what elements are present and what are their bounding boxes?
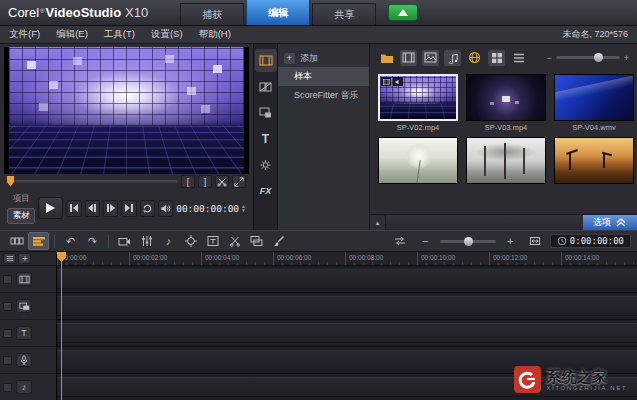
motion-tracking-button[interactable] — [180, 232, 201, 250]
video-track-icon — [16, 272, 32, 286]
nav-overlay-button[interactable] — [255, 101, 277, 124]
swap-tracks-button[interactable] — [390, 232, 411, 250]
upload-arrow-button[interactable] — [388, 4, 418, 21]
timeline-zoom-knob[interactable] — [464, 237, 473, 246]
timecode-spinner[interactable]: ▲▼ — [241, 204, 246, 212]
thumbnail-zoom-slider[interactable] — [556, 56, 620, 59]
nav-transitions-button[interactable] — [255, 75, 277, 98]
title-track-toggle[interactable] — [3, 329, 12, 338]
tab-capture[interactable]: 捕获 — [180, 3, 244, 25]
fit-project-button[interactable] — [525, 232, 546, 250]
storyboard-icon — [10, 235, 24, 247]
mode-clip[interactable]: 素材 — [7, 208, 35, 224]
painting-creator-button[interactable] — [268, 232, 289, 250]
overlay-track-lane[interactable] — [57, 293, 637, 320]
seek-bar[interactable] — [7, 180, 178, 184]
tree-node-scorefitter[interactable]: ScoreFitter 音乐 — [278, 86, 369, 105]
go-end-button[interactable] — [121, 200, 136, 217]
zoom-in-button[interactable]: + — [500, 232, 521, 250]
music-track-toggle[interactable] — [3, 383, 12, 392]
clock-icon — [557, 236, 567, 246]
import-media-button[interactable] — [378, 50, 395, 66]
end-icon — [125, 204, 130, 212]
cloud-media-button[interactable] — [466, 50, 483, 66]
seek-handle[interactable] — [7, 176, 14, 187]
next-frame-button[interactable] — [103, 200, 118, 217]
mode-project[interactable]: 项目 — [7, 192, 35, 206]
nav-media-button[interactable] — [255, 49, 277, 72]
list-view-button[interactable] — [510, 50, 527, 66]
sound-mixer-button[interactable] — [136, 232, 157, 250]
storyboard-view-button[interactable] — [6, 232, 27, 250]
watermark-logo-icon — [514, 366, 541, 393]
preview-video[interactable] — [4, 47, 249, 174]
overlay-track-toggle[interactable] — [3, 302, 12, 311]
show-videos-button[interactable] — [400, 50, 417, 66]
show-photos-button[interactable] — [422, 50, 439, 66]
voice-track-header[interactable] — [0, 347, 56, 374]
video-track-toggle[interactable] — [3, 275, 12, 284]
tab-share[interactable]: 共享 — [312, 3, 376, 25]
ruler-label: 00:00:10:00 — [417, 252, 489, 265]
library-nav: T FX — [254, 44, 278, 230]
title-track-header[interactable]: T — [0, 320, 56, 347]
title-track-lane[interactable] — [57, 320, 637, 347]
subtitle-editor-button[interactable] — [202, 232, 223, 250]
tab-edit[interactable]: 编辑 — [246, 0, 310, 25]
add-folder-row[interactable]: + 添加 — [278, 50, 369, 67]
timeline-view-button[interactable] — [28, 232, 49, 250]
options-button[interactable]: 选项 — [583, 215, 637, 230]
mark-in-button[interactable]: [ — [181, 175, 195, 188]
zoom-slider-knob[interactable] — [594, 53, 603, 62]
scissors-icon — [217, 177, 227, 187]
music-track-header[interactable]: ♪ — [0, 374, 56, 400]
thumbnail-caption: SP-V03.mp4 — [466, 121, 546, 132]
tree-node-samples[interactable]: 样本 — [278, 67, 369, 86]
menu-settings[interactable]: 设置(S) — [151, 28, 183, 41]
multi-trim-button[interactable] — [224, 232, 245, 250]
prev-frame-button[interactable] — [85, 200, 100, 217]
thumbnail-desert[interactable] — [554, 137, 634, 184]
zoom-out-label[interactable]: − — [546, 53, 551, 63]
menu-tools[interactable]: 工具(T) — [104, 28, 135, 41]
enlarge-preview-button[interactable] — [232, 175, 246, 188]
menu-file[interactable]: 文件(F) — [9, 28, 40, 41]
thumbnail-dandelion[interactable] — [378, 137, 458, 184]
menu-edit[interactable]: 编辑(E) — [56, 28, 88, 41]
play-button[interactable] — [38, 197, 63, 219]
thumbnail-sp-v03[interactable]: SP-V03.mp4 — [466, 74, 546, 132]
thumbnail-sp-v04[interactable]: SP-V04.wmv — [554, 74, 634, 132]
auto-music-button[interactable]: ♪ — [158, 232, 179, 250]
mark-out-button[interactable]: ] — [198, 175, 212, 188]
timeline-zoom-slider[interactable] — [440, 240, 496, 243]
repeat-button[interactable] — [140, 200, 155, 217]
show-all-tracks-button[interactable] — [3, 253, 16, 264]
video-badge-icon — [381, 77, 391, 86]
photo-filter-icon — [424, 52, 437, 63]
track-manager-button[interactable] — [246, 232, 267, 250]
show-audio-button[interactable] — [444, 50, 461, 66]
nav-filter-button[interactable]: FX — [255, 179, 277, 202]
thumbnail-sp-v02[interactable]: SP-V02.mp4 — [378, 74, 458, 132]
menu-help[interactable]: 帮助(H) — [199, 28, 231, 41]
go-start-button[interactable] — [66, 200, 81, 217]
zoom-in-label[interactable]: + — [624, 53, 629, 63]
zoom-out-button[interactable]: − — [415, 232, 436, 250]
video-track-lane[interactable] — [57, 266, 637, 293]
video-track-header[interactable] — [0, 266, 56, 293]
thumbnail-view-button[interactable] — [488, 50, 505, 66]
split-clip-button[interactable] — [215, 175, 229, 188]
nav-title-button[interactable]: T — [255, 127, 277, 150]
track-settings-button[interactable] — [18, 253, 31, 264]
thumbnail-trees[interactable] — [466, 137, 546, 184]
redo-button[interactable]: ↷ — [82, 232, 103, 250]
volume-button[interactable] — [158, 200, 173, 217]
nav-graphics-button[interactable] — [255, 153, 277, 176]
timeline-ruler[interactable]: 00:00:00 00:00:02:00 00:00:04:00 00:00:0… — [57, 252, 637, 266]
preview-scrubber-row: [ ] — [4, 174, 249, 189]
record-capture-button[interactable] — [114, 232, 135, 250]
undo-button[interactable]: ↶ — [60, 232, 81, 250]
voice-track-toggle[interactable] — [3, 356, 12, 365]
overlay-track-header[interactable] — [0, 293, 56, 320]
scroll-up-button[interactable]: ▲ — [370, 215, 386, 230]
